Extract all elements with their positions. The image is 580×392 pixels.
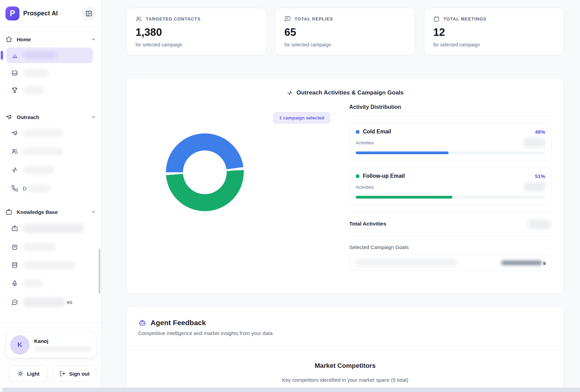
redacted-goal-text <box>355 259 457 267</box>
campaign-selected-badge[interactable]: 1 campaign selected <box>273 112 330 124</box>
activity-name: Follow-up Email <box>363 173 405 179</box>
theme-toggle-button[interactable]: Light <box>9 365 48 382</box>
sidebar-section-outreach[interactable]: Outreach <box>0 110 101 124</box>
redacted-label <box>23 166 55 174</box>
sidebar-scrollbar-thumb[interactable] <box>99 249 100 294</box>
robot-icon <box>138 319 146 327</box>
app-logo: KP <box>5 6 19 20</box>
app-name: Prospect AI <box>23 10 58 17</box>
sidebar-collapse-button[interactable] <box>82 7 96 20</box>
progress-fill-cold-email <box>356 151 449 154</box>
redacted-total-count <box>528 220 550 229</box>
sidebar-header: KP Prospect AI <box>0 0 101 27</box>
outreach-activities-card: Outreach Activities & Campaign Goals 1 c… <box>126 78 564 294</box>
sidebar-section-label: Knowledge Base <box>17 209 58 215</box>
sidebar-item-data[interactable] <box>0 256 101 274</box>
activity-percent: 51% <box>535 173 545 179</box>
sidebar-section-knowledge-base[interactable]: Knowledge Base <box>0 205 101 219</box>
sidebar-item-company-knowledge[interactable] <box>0 219 101 237</box>
redacted-activity-count <box>524 138 545 147</box>
megaphone-icon <box>5 114 12 120</box>
activity-sub-label: Activities <box>356 185 374 190</box>
stat-label: TOTAL REPLIES <box>295 16 333 21</box>
briefcase-icon <box>5 208 12 215</box>
stat-value: 12 <box>433 26 555 39</box>
sidebar-section-label: Outreach <box>17 114 39 120</box>
total-activities-row: Total Activities <box>349 213 552 235</box>
campaign-goal-item: s <box>349 255 552 271</box>
activity-card-cold-email: Cold Email 49% Activities <box>349 123 552 160</box>
redacted-label <box>23 297 66 307</box>
stat-label: TOTAL MEETINGS <box>443 16 486 21</box>
sidebar-nav: Home <box>0 28 101 322</box>
redacted-label <box>23 86 44 94</box>
agent-feedback-card: Agent Feedback Competitive intelligence … <box>126 306 564 392</box>
stat-card-total-replies: TOTAL REPLIES 65 for selected campaign <box>275 8 415 55</box>
chevron-down-icon <box>91 209 96 215</box>
sidebar-item-voice[interactable] <box>0 274 101 293</box>
sidebar-item-products[interactable] <box>0 237 101 256</box>
total-activities-label: Total Activities <box>349 221 386 227</box>
redacted-label-suffix: es <box>67 299 72 305</box>
redacted-user-email <box>34 346 91 352</box>
redacted-label <box>23 147 63 156</box>
sidebar-item-campaigns[interactable] <box>0 124 101 142</box>
panel-title: Activity Distribution <box>349 104 552 116</box>
total-activities-badge <box>527 218 552 230</box>
redacted-goal-value <box>501 261 542 265</box>
chevron-down-icon <box>91 37 96 42</box>
agent-feedback-subtitle: Competitive intelligence and market insi… <box>127 327 564 336</box>
stat-sub: for selected campaign <box>284 42 406 47</box>
progress-track <box>356 151 545 154</box>
user-card[interactable]: K Kanoj <box>6 332 96 358</box>
redacted-label <box>23 243 56 251</box>
sidebar-section-home[interactable]: Home <box>0 32 101 46</box>
sidebar-item-dashboard-active[interactable] <box>6 47 93 63</box>
main-content: TARGETED CONTACTS 1,380 for selected cam… <box>126 0 564 392</box>
panel-collapse-icon <box>85 10 93 17</box>
progress-fill-followup-email <box>356 196 452 199</box>
sidebar: KP Prospect AI Home <box>0 0 101 392</box>
redacted-label <box>27 184 50 192</box>
redacted-label <box>23 51 57 59</box>
stat-sub: for selected campaign <box>136 42 257 47</box>
redacted-label <box>23 129 63 137</box>
sidebar-item-activity[interactable] <box>0 161 101 179</box>
redacted-label-prefix: D <box>23 186 27 191</box>
message-circle-icon <box>11 299 18 306</box>
progress-track <box>356 196 545 199</box>
avatar: K <box>10 335 29 354</box>
phone-icon <box>11 185 18 192</box>
market-competitors-title: Market Competitors <box>127 362 564 369</box>
sidebar-item-achievements[interactable] <box>0 82 101 99</box>
database-icon <box>11 262 18 268</box>
users-icon <box>136 16 142 22</box>
stat-card-targeted-contacts: TARGETED CONTACTS 1,380 for selected cam… <box>126 8 266 55</box>
redacted-label <box>23 261 76 269</box>
sidebar-item-meeting-notes[interactable]: es <box>0 293 101 311</box>
microphone-icon <box>11 280 18 287</box>
activity-icon <box>287 90 293 96</box>
selected-campaign-goals-label: Selected Campaign Goals <box>349 244 552 250</box>
chart-card-title: Outreach Activities & Campaign Goals <box>297 89 404 96</box>
redacted-label <box>23 279 43 288</box>
sidebar-item-inbox[interactable] <box>0 64 101 82</box>
horizontal-scrollbar[interactable] <box>2 388 580 392</box>
message-square-icon <box>284 16 291 22</box>
sidebar-item-contacts[interactable] <box>0 142 101 161</box>
sidebar-item-dialer[interactable]: D <box>0 179 101 198</box>
active-indicator <box>1 51 3 60</box>
legend-dot <box>356 174 359 178</box>
activity-card-followup-email: Follow-up Email 51% Activities <box>349 168 552 205</box>
user-name: Kanoj <box>34 338 91 344</box>
theme-toggle-label: Light <box>27 371 40 377</box>
bar-chart-icon <box>11 52 18 59</box>
stats-row: TARGETED CONTACTS 1,380 for selected cam… <box>126 8 564 55</box>
activity-sub-label: Activities <box>356 140 374 145</box>
donut-chart <box>166 133 244 211</box>
market-competitors-subtitle: Key competitors identified in your marke… <box>127 377 564 383</box>
megaphone-icon <box>11 130 18 136</box>
redacted-activity-count <box>524 182 545 192</box>
home-icon <box>5 36 12 43</box>
sign-out-button[interactable]: Sign out <box>53 365 96 382</box>
